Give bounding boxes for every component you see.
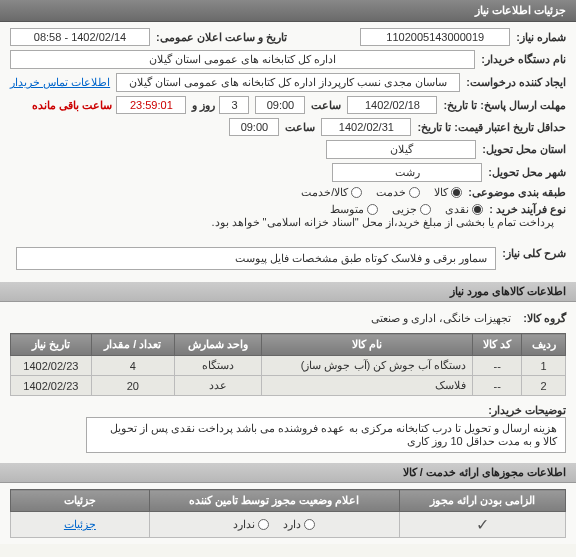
table-row: 2 -- فلاسک عدد 20 1402/02/23 [11,376,566,396]
radio-both-label: کالا/خدمت [301,186,348,199]
cell-date: 1402/02/23 [11,376,92,396]
cell-mandatory: ✓ [399,512,566,538]
remain-label: ساعت باقی مانده [32,99,112,112]
radio-icon [367,204,378,215]
radio-khedmat-label: خدمت [376,186,406,199]
need-info-panel: شماره نیاز: 1102005143000019 تاریخ و ساع… [0,22,576,239]
radio-icon [409,187,420,198]
cell-idx: 2 [522,376,566,396]
time-label-1: ساعت [311,99,341,112]
permits-header: اطلاعات مجوزهای ارائه خدمت / کالا [0,463,576,483]
category-radio-group: کالا خدمت کالا/خدمت [301,186,462,199]
credit-date: 1402/02/31 [321,118,411,136]
radio-has[interactable]: دارد [283,518,315,531]
province-value: گیلان [326,140,476,159]
cell-name: فلاسک [261,376,473,396]
col-code: کد کالا [473,334,522,356]
radio-kala-label: کالا [434,186,448,199]
radio-icon [304,519,315,530]
radio-naghdi-label: نقدی [445,203,469,216]
cell-status: دارد ندارد [149,512,399,538]
group-label: گروه کالا: [523,312,566,325]
table-row: 1 -- دستگاه آب جوش کن (آب جوش ساز) دستگا… [11,356,566,376]
permits-table: الزامی بودن ارائه مجوز اعلام وضعیت مجوز … [10,489,566,538]
permits-panel: الزامی بودن ارائه مجوز اعلام وضعیت مجوز … [0,483,576,544]
credit-hour: 09:00 [229,118,279,136]
radio-motevaset[interactable]: متوسط [330,203,378,216]
details-link[interactable]: جزئیات [64,518,96,530]
radio-both[interactable]: کالا/خدمت [301,186,362,199]
cell-date: 1402/02/23 [11,356,92,376]
province-label: استان محل تحویل: [482,143,566,156]
description-text: سماور برقی و فلاسک کوتاه طبق مشخصات فایل… [16,247,496,270]
deadline-hour: 09:00 [255,96,305,114]
check-icon: ✓ [476,516,489,533]
requester-value: ساسان مجدی نسب کارپرداز اداره کل کتابخان… [116,73,460,92]
col-unit: واحد شمارش [174,334,261,356]
credit-label: حداقل تاریخ اعتبار قیمت: تا تاریخ: [417,121,566,134]
deadline-days: 3 [219,96,249,114]
radio-hasnot-label: ندارد [233,518,255,531]
col-mandatory: الزامی بودن ارائه مجوز [399,490,566,512]
announce-value: 1402/02/14 - 08:58 [10,28,150,46]
col-status: اعلام وضعیت مجوز توسط تامین کننده [149,490,399,512]
goods-header: اطلاعات کالاهای مورد نیاز [0,282,576,302]
radio-icon [451,187,462,198]
radio-khedmat[interactable]: خدمت [376,186,420,199]
group-value: تجهیزات خانگی، اداری و صنعتی [371,312,511,325]
goods-header-title: اطلاعات کالاهای مورد نیاز [450,285,566,297]
deadline-date: 1402/02/18 [347,96,437,114]
main-header-title: جزئیات اطلاعات نیاز [475,4,566,16]
status-radio-group: دارد ندارد [153,518,396,531]
radio-hasnot[interactable]: ندارد [233,518,269,531]
announce-label: تاریخ و ساعت اعلان عمومی: [156,31,287,44]
radio-icon [351,187,362,198]
radio-icon [420,204,431,215]
col-idx: ردیف [522,334,566,356]
radio-has-label: دارد [283,518,301,531]
col-date: تاریخ نیاز [11,334,92,356]
contact-link[interactable]: اطلاعات تماس خریدار [10,76,110,89]
notes-text: هزینه ارسال و تحویل تا درب کتابخانه مرکز… [86,417,566,453]
cell-code: -- [473,376,522,396]
buyer-label: نام دستگاه خریدار: [481,53,566,66]
requester-label: ایجاد کننده درخواست: [466,76,566,89]
radio-icon [472,204,483,215]
cell-unit: دستگاه [174,356,261,376]
goods-panel: گروه کالا: تجهیزات خانگی، اداری و صنعتی … [0,302,576,463]
radio-kala[interactable]: کالا [434,186,462,199]
cell-code: -- [473,356,522,376]
col-name: نام کالا [261,334,473,356]
goods-table-header-row: ردیف کد کالا نام کالا واحد شمارش تعداد /… [11,334,566,356]
city-label: شهر محل تحویل: [488,166,566,179]
cell-unit: عدد [174,376,261,396]
cell-details: جزئیات [11,512,150,538]
radio-motevaset-label: متوسط [330,203,364,216]
permits-header-row: الزامی بودن ارائه مجوز اعلام وضعیت مجوز … [11,490,566,512]
radio-jozi-label: جزیی [392,203,417,216]
day-word: روز و [192,99,215,112]
radio-icon [258,519,269,530]
purchase-note: پرداخت تمام یا بخشی از مبلغ خرید،از محل … [211,216,554,229]
table-row: ✓ دارد ندارد جزئیات [11,512,566,538]
cell-qty: 20 [91,376,174,396]
category-label: طبقه بندی موضوعی: [468,186,566,199]
goods-table: ردیف کد کالا نام کالا واحد شمارش تعداد /… [10,333,566,396]
radio-jozi[interactable]: جزیی [392,203,431,216]
cell-qty: 4 [91,356,174,376]
cell-name: دستگاه آب جوش کن (آب جوش ساز) [261,356,473,376]
description-block: شرح کلی نیاز: سماور برقی و فلاسک کوتاه ط… [0,239,576,282]
deadline-label: مهلت ارسال پاسخ: تا تاریخ: [443,99,566,112]
buyer-value: اداره کل کتابخانه های عمومی استان گیلان [10,50,475,69]
purchase-type-label: نوع فرآیند خرید : [489,203,566,216]
permits-header-title: اطلاعات مجوزهای ارائه خدمت / کالا [403,466,566,478]
description-label: شرح کلی نیاز: [502,247,566,260]
main-header: جزئیات اطلاعات نیاز [0,0,576,22]
cell-idx: 1 [522,356,566,376]
col-details: جزئیات [11,490,150,512]
radio-naghdi[interactable]: نقدی [445,203,483,216]
notes-label: توضیحات خریدار: [488,404,566,417]
purchase-radio-group: نقدی جزیی متوسط [330,203,483,216]
remain-time: 23:59:01 [116,96,186,114]
city-value: رشت [332,163,482,182]
